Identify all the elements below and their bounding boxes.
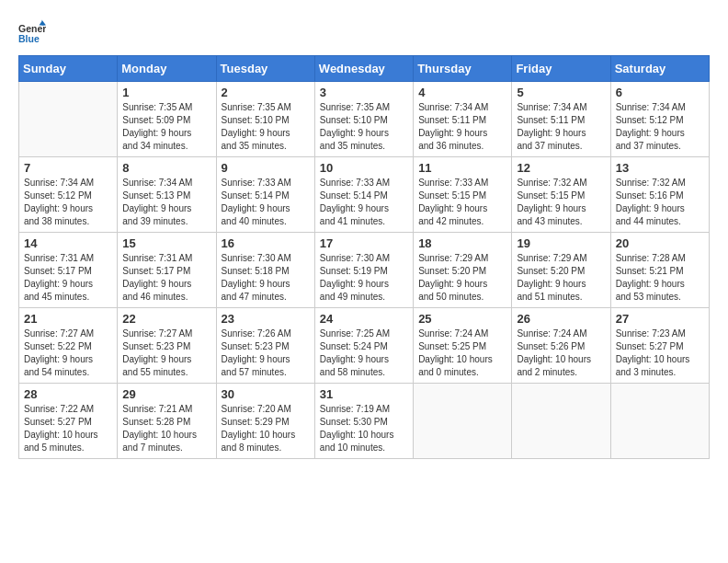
day-info: Sunrise: 7:32 AM Sunset: 5:16 PM Dayligh…: [616, 177, 704, 228]
calendar-cell: 9Sunrise: 7:33 AM Sunset: 5:14 PM Daylig…: [216, 157, 314, 233]
calendar-week-row: 7Sunrise: 7:34 AM Sunset: 5:12 PM Daylig…: [19, 157, 710, 233]
day-info: Sunrise: 7:21 AM Sunset: 5:28 PM Dayligh…: [122, 403, 210, 454]
day-info: Sunrise: 7:23 AM Sunset: 5:27 PM Dayligh…: [616, 327, 704, 379]
svg-text:Blue: Blue: [18, 33, 40, 44]
calendar-cell: 22Sunrise: 7:27 AM Sunset: 5:23 PM Dayli…: [118, 308, 216, 384]
day-number: 28: [24, 387, 112, 401]
day-number: 19: [517, 236, 605, 250]
calendar-cell: 25Sunrise: 7:24 AM Sunset: 5:25 PM Dayli…: [414, 308, 512, 384]
day-info: Sunrise: 7:29 AM Sunset: 5:20 PM Dayligh…: [517, 252, 605, 304]
day-number: 2: [222, 86, 310, 99]
calendar-week-row: 14Sunrise: 7:31 AM Sunset: 5:17 PM Dayli…: [19, 233, 710, 308]
calendar-cell: 7Sunrise: 7:34 AM Sunset: 5:12 PM Daylig…: [19, 157, 118, 233]
calendar-cell: 15Sunrise: 7:31 AM Sunset: 5:17 PM Dayli…: [118, 233, 216, 308]
day-number: 23: [222, 312, 310, 326]
day-number: 1: [122, 86, 210, 99]
header-wednesday: Wednesday: [314, 56, 413, 82]
calendar-cell: 2Sunrise: 7:35 AM Sunset: 5:10 PM Daylig…: [216, 82, 314, 157]
header-monday: Monday: [118, 56, 216, 82]
calendar-cell: 14Sunrise: 7:31 AM Sunset: 5:17 PM Dayli…: [19, 233, 118, 308]
day-info: Sunrise: 7:28 AM Sunset: 5:21 PM Dayligh…: [616, 252, 704, 304]
calendar-cell: 19Sunrise: 7:29 AM Sunset: 5:20 PM Dayli…: [512, 233, 610, 308]
calendar-cell: 30Sunrise: 7:20 AM Sunset: 5:29 PM Dayli…: [216, 384, 314, 459]
day-info: Sunrise: 7:32 AM Sunset: 5:15 PM Dayligh…: [517, 177, 605, 228]
calendar-cell: 26Sunrise: 7:24 AM Sunset: 5:26 PM Dayli…: [512, 308, 610, 384]
day-info: Sunrise: 7:20 AM Sunset: 5:29 PM Dayligh…: [222, 403, 310, 454]
day-info: Sunrise: 7:35 AM Sunset: 5:10 PM Dayligh…: [320, 101, 408, 153]
header-thursday: Thursday: [414, 56, 512, 82]
page-header: General Blue: [18, 18, 710, 46]
day-number: 29: [122, 387, 210, 401]
day-info: Sunrise: 7:34 AM Sunset: 5:12 PM Dayligh…: [24, 177, 112, 228]
calendar-cell: 5Sunrise: 7:34 AM Sunset: 5:11 PM Daylig…: [512, 82, 610, 157]
day-number: 13: [616, 161, 704, 175]
calendar-cell: 28Sunrise: 7:22 AM Sunset: 5:27 PM Dayli…: [19, 384, 118, 459]
calendar-cell: 27Sunrise: 7:23 AM Sunset: 5:27 PM Dayli…: [610, 308, 709, 384]
day-info: Sunrise: 7:34 AM Sunset: 5:11 PM Dayligh…: [418, 101, 506, 153]
day-number: 9: [222, 161, 310, 175]
header-friday: Friday: [512, 56, 610, 82]
day-info: Sunrise: 7:35 AM Sunset: 5:09 PM Dayligh…: [122, 101, 210, 153]
day-info: Sunrise: 7:34 AM Sunset: 5:11 PM Dayligh…: [517, 101, 605, 153]
day-number: 24: [320, 312, 408, 326]
day-number: 14: [24, 236, 112, 250]
calendar-table: SundayMondayTuesdayWednesdayThursdayFrid…: [18, 55, 710, 459]
day-number: 12: [517, 161, 605, 175]
day-number: 27: [616, 312, 704, 326]
calendar-cell: [19, 82, 118, 157]
calendar-cell: 11Sunrise: 7:33 AM Sunset: 5:15 PM Dayli…: [414, 157, 512, 233]
header-saturday: Saturday: [610, 56, 709, 82]
day-number: 11: [418, 161, 506, 175]
calendar-cell: 23Sunrise: 7:26 AM Sunset: 5:23 PM Dayli…: [216, 308, 314, 384]
calendar-cell: [414, 384, 512, 459]
calendar-cell: 4Sunrise: 7:34 AM Sunset: 5:11 PM Daylig…: [414, 82, 512, 157]
day-info: Sunrise: 7:34 AM Sunset: 5:13 PM Dayligh…: [122, 177, 210, 228]
header-tuesday: Tuesday: [216, 56, 314, 82]
day-number: 31: [320, 387, 408, 401]
logo-icon: General Blue: [18, 18, 46, 46]
day-number: 30: [222, 387, 310, 401]
day-number: 4: [418, 86, 506, 99]
calendar-cell: [610, 384, 709, 459]
day-info: Sunrise: 7:33 AM Sunset: 5:14 PM Dayligh…: [222, 177, 310, 228]
day-info: Sunrise: 7:24 AM Sunset: 5:26 PM Dayligh…: [517, 327, 605, 379]
day-number: 10: [320, 161, 408, 175]
calendar-cell: 17Sunrise: 7:30 AM Sunset: 5:19 PM Dayli…: [314, 233, 413, 308]
day-info: Sunrise: 7:22 AM Sunset: 5:27 PM Dayligh…: [24, 403, 112, 454]
day-info: Sunrise: 7:31 AM Sunset: 5:17 PM Dayligh…: [122, 252, 210, 304]
day-info: Sunrise: 7:19 AM Sunset: 5:30 PM Dayligh…: [320, 403, 408, 454]
day-info: Sunrise: 7:33 AM Sunset: 5:14 PM Dayligh…: [320, 177, 408, 228]
day-number: 26: [517, 312, 605, 326]
day-number: 17: [320, 236, 408, 250]
day-info: Sunrise: 7:25 AM Sunset: 5:24 PM Dayligh…: [320, 327, 408, 379]
day-info: Sunrise: 7:34 AM Sunset: 5:12 PM Dayligh…: [616, 101, 704, 153]
calendar-cell: [512, 384, 610, 459]
day-info: Sunrise: 7:26 AM Sunset: 5:23 PM Dayligh…: [222, 327, 310, 379]
calendar-cell: 18Sunrise: 7:29 AM Sunset: 5:20 PM Dayli…: [414, 233, 512, 308]
calendar-header-row: SundayMondayTuesdayWednesdayThursdayFrid…: [19, 56, 710, 82]
day-info: Sunrise: 7:35 AM Sunset: 5:10 PM Dayligh…: [222, 101, 310, 153]
day-number: 25: [418, 312, 506, 326]
day-info: Sunrise: 7:27 AM Sunset: 5:23 PM Dayligh…: [122, 327, 210, 379]
calendar-week-row: 21Sunrise: 7:27 AM Sunset: 5:22 PM Dayli…: [19, 308, 710, 384]
day-info: Sunrise: 7:31 AM Sunset: 5:17 PM Dayligh…: [24, 252, 112, 304]
logo: General Blue: [18, 18, 46, 46]
day-number: 16: [222, 236, 310, 250]
header-sunday: Sunday: [19, 56, 118, 82]
calendar-cell: 1Sunrise: 7:35 AM Sunset: 5:09 PM Daylig…: [118, 82, 216, 157]
day-info: Sunrise: 7:33 AM Sunset: 5:15 PM Dayligh…: [418, 177, 506, 228]
calendar-cell: 8Sunrise: 7:34 AM Sunset: 5:13 PM Daylig…: [118, 157, 216, 233]
calendar-cell: 3Sunrise: 7:35 AM Sunset: 5:10 PM Daylig…: [314, 82, 413, 157]
day-number: 20: [616, 236, 704, 250]
calendar-cell: 13Sunrise: 7:32 AM Sunset: 5:16 PM Dayli…: [610, 157, 709, 233]
day-info: Sunrise: 7:29 AM Sunset: 5:20 PM Dayligh…: [418, 252, 506, 304]
calendar-cell: 31Sunrise: 7:19 AM Sunset: 5:30 PM Dayli…: [314, 384, 413, 459]
day-info: Sunrise: 7:24 AM Sunset: 5:25 PM Dayligh…: [418, 327, 506, 379]
calendar-cell: 16Sunrise: 7:30 AM Sunset: 5:18 PM Dayli…: [216, 233, 314, 308]
calendar-cell: 6Sunrise: 7:34 AM Sunset: 5:12 PM Daylig…: [610, 82, 709, 157]
day-info: Sunrise: 7:30 AM Sunset: 5:18 PM Dayligh…: [222, 252, 310, 304]
day-number: 18: [418, 236, 506, 250]
day-number: 21: [24, 312, 112, 326]
day-info: Sunrise: 7:30 AM Sunset: 5:19 PM Dayligh…: [320, 252, 408, 304]
day-number: 5: [517, 86, 605, 99]
